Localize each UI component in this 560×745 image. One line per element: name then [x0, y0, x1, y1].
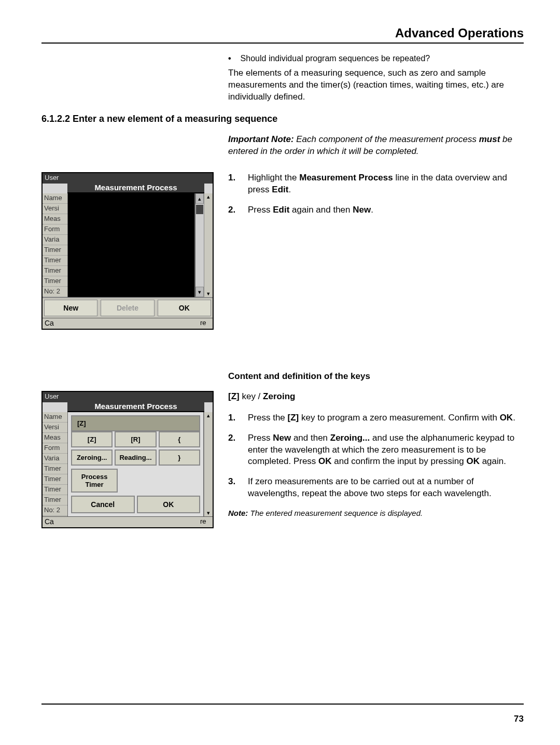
outer-scroll-up-icon[interactable]: ▴	[207, 412, 210, 419]
section-heading: 6.1.2.2 Enter a new element of a measuri…	[41, 114, 524, 124]
step-1-highlight: 1. Highlight the Measurement Process lin…	[228, 172, 524, 196]
content-keys-heading: Content and definition of the keys	[228, 371, 524, 382]
new-button[interactable]: New	[44, 300, 97, 316]
scroll-thumb[interactable]	[196, 205, 203, 214]
scroll-up-icon[interactable]: ▴	[195, 193, 204, 204]
important-note: Important Note: Each component of the me…	[228, 134, 524, 158]
dlg1-re-label: re	[199, 318, 213, 329]
process-timer-key[interactable]: Process Timer	[71, 469, 118, 493]
intro-paragraph: The elements of a measuring sequence, su…	[228, 67, 524, 103]
scroll-down-icon[interactable]: ▾	[195, 287, 204, 297]
z-step-2: 2. Press New and then Zeroing... and use…	[228, 432, 524, 468]
cancel-button[interactable]: Cancel	[71, 496, 135, 513]
z-step-1: 1. Press the [Z] key to program a zero m…	[228, 412, 524, 424]
dlg1-list-area[interactable]	[67, 193, 195, 297]
dialog-measurement-process-keys: User Measurement Process Name Versi Meas…	[41, 391, 214, 528]
page-header-title: Advanced Operations	[41, 26, 524, 40]
dlg2-re-label: re	[199, 517, 213, 527]
dlg1-sidebar: Name Versi Meas Form Varia Timer Timer T…	[43, 193, 67, 297]
dlg2-sidebar: Name Versi Meas Form Varia Timer Timer T…	[43, 412, 67, 516]
z-display-key[interactable]: [Z]	[71, 415, 200, 431]
ok-button[interactable]: OK	[158, 300, 211, 316]
header-rule	[41, 43, 524, 44]
z-key-heading: [Z] key / Zeroing	[228, 391, 524, 403]
note-prefix: Important Note:	[228, 134, 294, 144]
bullet-dot: •	[228, 54, 231, 63]
zeroing-key[interactable]: Zeroing...	[71, 449, 113, 466]
page-number: 73	[514, 714, 524, 724]
dlg1-user-label: User	[43, 173, 61, 184]
dlg2-ca-label: Ca	[43, 517, 64, 527]
open-brace-key[interactable]: {	[159, 431, 200, 447]
dlg1-outer-scroll[interactable]: ▴ ▾	[204, 193, 213, 297]
outer-scroll-down-icon[interactable]: ▾	[207, 290, 210, 297]
step-2-edit-new: 2. Press Edit again and then New.	[228, 204, 524, 216]
intro-bullet-text: Should individual program sequences be r…	[241, 54, 430, 63]
outer-scroll-up-icon[interactable]: ▴	[207, 193, 210, 200]
intro-bullet: • Should individual program sequences be…	[228, 54, 524, 63]
dlg2-outer-scroll[interactable]: ▴ ▾	[204, 412, 213, 516]
z-key[interactable]: [Z]	[71, 431, 113, 447]
delete-button[interactable]: Delete	[101, 300, 154, 316]
r-key[interactable]: [R]	[115, 431, 156, 447]
footer-rule	[41, 704, 524, 705]
z-step-3: 3. If zero measurements are to be carrie…	[228, 476, 524, 500]
dlg2-key-panel: [Z] [Z] [R] { Zeroing... Reading... } Pr…	[67, 412, 204, 516]
sequence-note: Note: The entered measurement sequence i…	[228, 508, 524, 518]
dlg2-user-label: User	[43, 392, 61, 402]
reading-key[interactable]: Reading...	[115, 449, 156, 466]
close-brace-key[interactable]: }	[159, 449, 200, 466]
ok-button-2[interactable]: OK	[137, 496, 201, 513]
dlg1-ca-label: Ca	[43, 318, 64, 329]
dlg1-scrollbar[interactable]: ▴ ▾	[195, 193, 204, 297]
dlg1-title: Measurement Process	[67, 182, 204, 193]
dlg2-title: Measurement Process	[67, 401, 204, 412]
dialog-measurement-process-empty: User Measurement Process Name Versi Meas…	[41, 172, 214, 330]
outer-scroll-down-icon[interactable]: ▾	[207, 510, 210, 516]
